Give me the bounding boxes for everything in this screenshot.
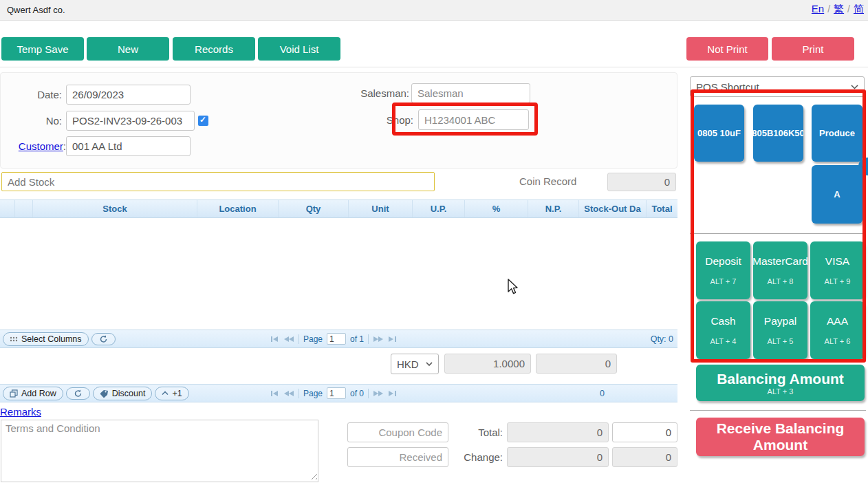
grid-col-rownum[interactable] <box>0 200 15 217</box>
grip-dots-icon <box>10 336 18 342</box>
customer-link[interactable]: Customer <box>19 140 63 152</box>
lang-separator: / <box>827 3 830 14</box>
grid-col-unit[interactable]: Unit <box>349 200 413 217</box>
payment-paypal-button[interactable]: Paypal ALT + 5 <box>753 301 807 359</box>
not-print-button[interactable]: Not Print <box>686 37 768 61</box>
print-button[interactable]: Print <box>772 37 854 61</box>
total-input <box>507 422 609 442</box>
rows-total-value: 0 <box>600 389 605 398</box>
payment-hotkey: ALT + 9 <box>825 277 851 285</box>
coin-record-label: Coin Record <box>519 175 599 187</box>
grid-refresh-button[interactable] <box>91 333 116 345</box>
shortcut-item-button[interactable]: A <box>812 165 862 224</box>
stock-grid-pager: Select Columns Page of 1 Qty: 0 <box>0 330 677 348</box>
grid-col-up[interactable]: U.P. <box>413 200 465 217</box>
pager-first-icon[interactable] <box>270 390 279 397</box>
shortcut-item-button[interactable]: Produce <box>812 105 862 162</box>
payment-label: Paypal <box>764 315 796 327</box>
stock-grid-header: Stock Location Qty Unit U.P. % N.P. Stoc… <box>0 200 677 218</box>
payment-cash-button[interactable]: Cash ALT + 4 <box>696 301 750 359</box>
discount-tag-icon <box>100 389 109 398</box>
chevron-down-icon <box>426 362 433 366</box>
shop-input[interactable] <box>418 109 529 130</box>
payment-hotkey: ALT + 6 <box>825 337 851 345</box>
lang-trad-chinese-link[interactable]: 繁 <box>834 3 844 14</box>
shortcut-item-button[interactable]: 0805B106K500 <box>753 105 803 162</box>
remarks-link[interactable]: Remarks <box>0 406 41 418</box>
plus-one-button[interactable]: +1 <box>155 387 188 400</box>
page-number-input[interactable] <box>327 333 346 345</box>
add-stock-input[interactable] <box>1 172 435 191</box>
temp-save-button[interactable]: Temp Save <box>1 37 84 61</box>
page-number-input[interactable] <box>327 387 346 399</box>
pos-shortcut-label: POS Shortcut <box>696 81 759 93</box>
pager-last-icon[interactable] <box>388 336 397 343</box>
payment-label: AAA <box>827 315 848 327</box>
receive-balancing-label: Receive Balancing Amount <box>696 420 865 453</box>
date-label: Date: <box>14 89 62 100</box>
pager-next-icon[interactable] <box>373 390 384 397</box>
grid-col-location[interactable]: Location <box>197 200 279 217</box>
customer-input[interactable] <box>66 136 191 156</box>
discount-button[interactable]: Discount <box>93 387 153 400</box>
payment-aaa-button[interactable]: AAA ALT + 6 <box>810 301 865 359</box>
balancing-amount-button[interactable]: Balancing Amount ALT + 3 <box>696 365 865 401</box>
select-columns-label: Select Columns <box>21 334 82 344</box>
add-row-label: Add Row <box>21 389 56 398</box>
add-row-icon <box>10 389 18 398</box>
grid-col-np[interactable]: N.P. <box>528 200 579 217</box>
received-input[interactable] <box>347 447 448 467</box>
currency-code: HKD <box>397 358 419 370</box>
divider <box>299 334 299 344</box>
payment-label: Deposit <box>705 255 741 268</box>
pos-shortcut-select[interactable]: POS Shortcut <box>690 76 865 97</box>
grid-qty-total: Qty: 0 <box>651 334 673 344</box>
shortcut-item-button[interactable]: 0805 10uF <box>694 105 744 162</box>
new-button[interactable]: New <box>87 37 169 61</box>
invoice-no-input[interactable] <box>66 111 195 131</box>
total-foreign-input[interactable] <box>612 422 677 442</box>
salesman-input[interactable] <box>411 83 530 103</box>
change-input <box>507 447 609 467</box>
lang-en-link[interactable]: En <box>812 3 824 14</box>
divider <box>299 389 299 398</box>
grid-col-select[interactable] <box>15 200 33 217</box>
payment-visa-button[interactable]: VISA ALT + 9 <box>810 241 865 299</box>
pager-next-icon[interactable] <box>373 336 384 343</box>
grid-col-total[interactable]: Total <box>647 200 677 217</box>
language-switcher: En/繁/简 <box>812 3 864 16</box>
payment-deposit-button[interactable]: Deposit ALT + 7 <box>696 241 750 299</box>
grid-col-stockout-date[interactable]: Stock-Out Da <box>579 200 647 217</box>
payment-hotkey: ALT + 5 <box>768 337 794 345</box>
select-columns-button[interactable]: Select Columns <box>3 332 89 346</box>
pager-last-icon[interactable] <box>388 390 397 397</box>
terms-textarea[interactable] <box>1 420 318 482</box>
plus-one-label: +1 <box>172 389 182 398</box>
receive-balancing-amount-button[interactable]: Receive Balancing Amount <box>696 418 865 456</box>
void-list-button[interactable]: Void List <box>258 37 340 61</box>
exchange-rate-input <box>444 354 531 374</box>
pager-first-icon[interactable] <box>270 336 279 343</box>
payment-mastercard-button[interactable]: MasterCard ALT + 8 <box>753 241 807 299</box>
invoice-no-checkbox[interactable] <box>198 116 208 126</box>
date-input[interactable] <box>66 85 191 105</box>
payment-hotkey: ALT + 4 <box>710 337 737 345</box>
pager-prev-icon[interactable] <box>283 390 294 397</box>
company-name: Qwert Asdf co. <box>7 5 65 15</box>
salesman-label: Salesman: <box>347 87 409 99</box>
payment-hotkey: ALT + 8 <box>768 277 794 285</box>
refresh-icon <box>74 389 82 398</box>
grid-col-percent[interactable]: % <box>465 200 528 217</box>
grid-col-stock[interactable]: Stock <box>33 200 197 217</box>
rows-refresh-button[interactable] <box>66 387 90 400</box>
pager-prev-icon[interactable] <box>283 336 294 343</box>
add-row-button[interactable]: Add Row <box>3 387 63 400</box>
discount-label: Discount <box>112 389 146 398</box>
currency-select[interactable]: HKD <box>391 354 439 374</box>
total-label: Total: <box>455 427 503 438</box>
lang-simp-chinese-link[interactable]: 简 <box>854 3 864 14</box>
grid-col-qty[interactable]: Qty <box>279 200 349 217</box>
coupon-code-input[interactable] <box>347 422 448 442</box>
records-button[interactable]: Records <box>173 37 255 61</box>
divider <box>368 334 369 344</box>
